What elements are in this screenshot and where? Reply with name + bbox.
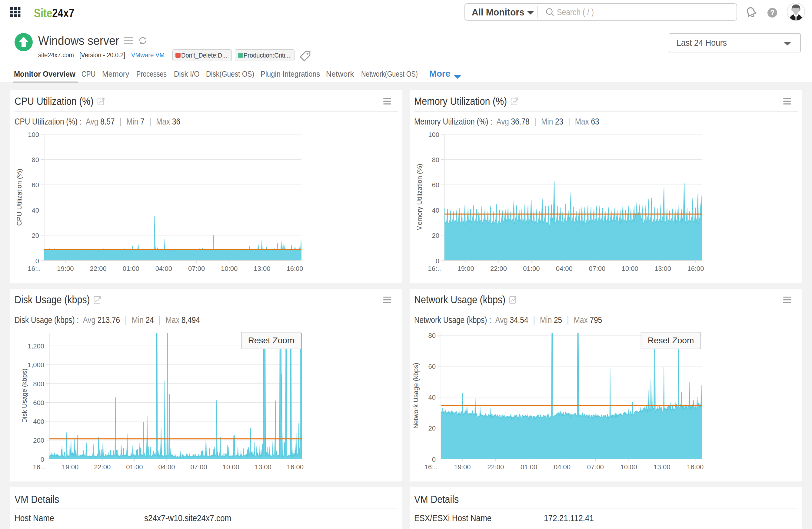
- svg-text:Memory Utilization (%): Memory Utilization (%): [416, 164, 423, 231]
- svg-text:800: 800: [33, 380, 44, 388]
- svg-text:400: 400: [33, 418, 44, 425]
- svg-text:16:..: 16:..: [33, 463, 46, 471]
- svg-text:16:..: 16:..: [424, 463, 437, 471]
- svg-text:0: 0: [41, 456, 44, 463]
- svg-text:20: 20: [429, 425, 436, 432]
- svg-text:Network Usage (kbps): Network Usage (kbps): [412, 363, 420, 429]
- svg-text:20: 20: [32, 232, 39, 239]
- svg-text:1,000: 1,000: [28, 361, 44, 369]
- svg-text:80: 80: [432, 156, 439, 164]
- svg-text:0: 0: [432, 456, 436, 463]
- svg-text:19:00: 19:00: [454, 463, 470, 471]
- svg-text:07:00: 07:00: [587, 463, 604, 471]
- svg-text:?: ?: [770, 9, 774, 17]
- svg-text:0: 0: [436, 257, 439, 265]
- svg-text:19:00: 19:00: [62, 463, 78, 471]
- svg-text:13:00: 13:00: [255, 463, 272, 471]
- svg-text:01:00: 01:00: [521, 463, 537, 471]
- svg-text:40: 40: [432, 207, 439, 214]
- svg-text:100: 100: [428, 131, 439, 138]
- svg-text:16:..: 16:..: [28, 265, 41, 273]
- svg-text:07:00: 07:00: [188, 265, 205, 273]
- svg-text:04:00: 04:00: [158, 463, 175, 471]
- svg-text:22:00: 22:00: [94, 463, 111, 471]
- svg-text:19:00: 19:00: [57, 265, 74, 273]
- svg-text:13:00: 13:00: [654, 265, 671, 273]
- svg-text:100: 100: [28, 131, 39, 138]
- svg-text:CPU Utilization (%): CPU Utilization (%): [15, 169, 23, 226]
- svg-text:22:00: 22:00: [490, 265, 507, 273]
- svg-text:60: 60: [32, 181, 39, 189]
- svg-text:200: 200: [33, 437, 44, 444]
- svg-text:10:00: 10:00: [221, 265, 237, 273]
- svg-text:1,200: 1,200: [28, 342, 44, 350]
- svg-text:16:00: 16:00: [687, 463, 704, 471]
- svg-text:10:00: 10:00: [621, 463, 637, 471]
- svg-text:01:00: 01:00: [126, 463, 143, 471]
- svg-text:22:00: 22:00: [487, 463, 504, 471]
- svg-text:40: 40: [32, 207, 39, 214]
- svg-text:16:..: 16:..: [428, 265, 441, 273]
- svg-text:Reset Zoom: Reset Zoom: [648, 336, 694, 345]
- svg-text:16:00: 16:00: [286, 265, 303, 273]
- svg-text:80: 80: [429, 332, 436, 339]
- svg-text:600: 600: [33, 399, 44, 407]
- svg-text:0: 0: [35, 257, 39, 265]
- svg-text:19:00: 19:00: [458, 265, 474, 273]
- svg-text:07:00: 07:00: [589, 265, 605, 273]
- svg-text:Disk Usage (kbps): Disk Usage (kbps): [20, 368, 28, 423]
- svg-text:80: 80: [32, 156, 39, 164]
- svg-text:20: 20: [432, 232, 439, 239]
- svg-text:16:00: 16:00: [287, 463, 304, 471]
- svg-text:13:00: 13:00: [654, 463, 670, 471]
- svg-text:04:00: 04:00: [556, 265, 572, 273]
- svg-text:22:00: 22:00: [90, 265, 107, 273]
- svg-text:01:00: 01:00: [123, 265, 140, 273]
- svg-text:40: 40: [429, 394, 436, 401]
- svg-text:10:00: 10:00: [223, 463, 240, 471]
- svg-text:60: 60: [429, 363, 436, 370]
- svg-text:04:00: 04:00: [554, 463, 570, 471]
- svg-text:01:00: 01:00: [523, 265, 540, 273]
- svg-text:10:00: 10:00: [622, 265, 638, 273]
- svg-text:16:00: 16:00: [687, 265, 704, 273]
- svg-text:60: 60: [432, 181, 439, 189]
- svg-text:13:00: 13:00: [253, 265, 270, 273]
- svg-text:07:00: 07:00: [191, 463, 207, 471]
- svg-text:04:00: 04:00: [156, 265, 172, 273]
- svg-text:Reset Zoom: Reset Zoom: [248, 336, 294, 345]
